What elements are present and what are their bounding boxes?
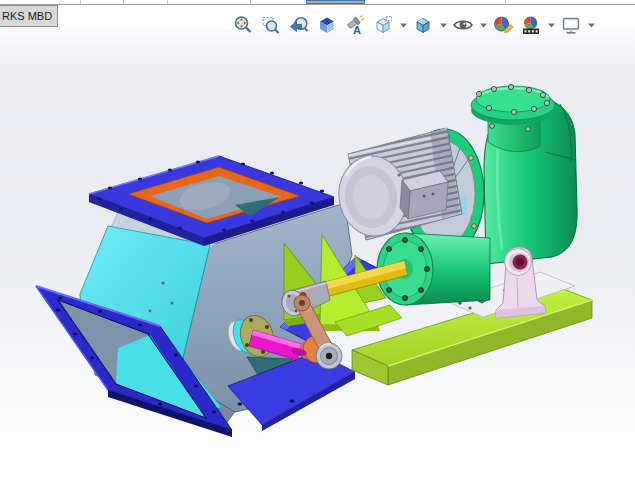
solidworks-window: RKS MBD	[0, 0, 635, 488]
display-style-icon	[412, 14, 434, 36]
view-orientation-icon	[372, 14, 394, 36]
view-settings-button[interactable]	[558, 12, 584, 38]
chevron-down-icon	[479, 21, 488, 29]
zoom-to-area-button[interactable]	[258, 12, 284, 38]
toolbar-divider	[0, 4, 635, 5]
tab-label: RKS MBD	[2, 10, 52, 22]
hide-show-items-dropdown[interactable]	[478, 12, 488, 38]
view-orientation-button[interactable]	[370, 12, 396, 38]
dynamic-annotation-views-icon: A	[344, 14, 366, 36]
view-settings-dropdown[interactable]	[586, 12, 596, 38]
viewport-3d-model	[0, 0, 635, 488]
hide-show-items-button[interactable]	[450, 12, 476, 38]
section-view-button[interactable]	[314, 12, 340, 38]
edit-appearance-icon	[492, 14, 514, 36]
view-orientation-dropdown[interactable]	[398, 12, 408, 38]
chevron-down-icon	[547, 21, 556, 29]
display-style-dropdown[interactable]	[438, 12, 448, 38]
apply-scene-button[interactable]	[518, 12, 544, 38]
zoom-to-fit-button[interactable]	[230, 12, 256, 38]
hide-show-items-icon	[452, 14, 474, 36]
previous-view-icon	[288, 14, 310, 36]
svg-text:A: A	[353, 24, 361, 36]
chevron-down-icon	[439, 21, 448, 29]
display-style-button[interactable]	[410, 12, 436, 38]
apply-scene-icon	[520, 14, 542, 36]
tab-solidworks-mbd[interactable]: RKS MBD	[0, 5, 58, 27]
edit-appearance-button[interactable]	[490, 12, 516, 38]
section-view-icon	[316, 14, 338, 36]
chevron-down-icon	[587, 21, 596, 29]
previous-view-button[interactable]	[286, 12, 312, 38]
view-settings-icon	[560, 14, 582, 36]
chevron-down-icon	[399, 21, 408, 29]
dynamic-annotation-views-button[interactable]: A	[342, 12, 368, 38]
zoom-to-fit-icon	[232, 14, 254, 36]
heads-up-view-toolbar: A	[230, 11, 596, 39]
apply-scene-dropdown[interactable]	[546, 12, 556, 38]
crank-disc[interactable]	[316, 343, 342, 369]
zoom-to-area-icon	[260, 14, 282, 36]
